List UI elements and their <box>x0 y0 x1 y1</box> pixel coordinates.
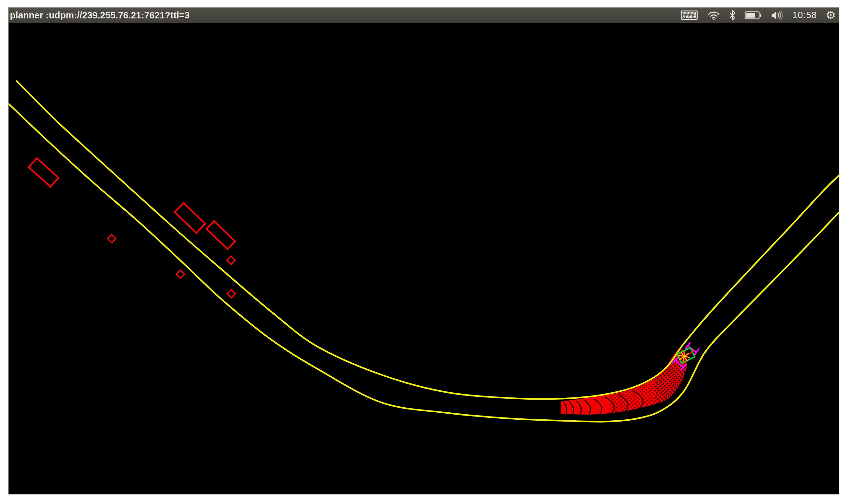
window-title: planner :udpm://239.255.76.21:7621?ttl=3 <box>10 7 190 23</box>
obstacle-box <box>29 158 58 187</box>
indicator-area: ⌨ <box>680 7 836 23</box>
road-edge-upper <box>16 80 839 399</box>
wifi-icon[interactable] <box>707 10 720 21</box>
obstacle-point <box>227 290 235 298</box>
planner-window: planner :udpm://239.255.76.21:7621?ttl=3… <box>8 7 839 494</box>
battery-icon[interactable] <box>744 11 762 20</box>
obstacle-point <box>176 270 184 278</box>
keyboard-icon[interactable]: ⌨ <box>680 7 698 23</box>
obstacle-box <box>175 203 205 233</box>
top-panel: planner :udpm://239.255.76.21:7621?ttl=3… <box>8 7 839 23</box>
obstacle-point <box>108 234 115 242</box>
road-edge-lower <box>8 103 839 421</box>
planner-viewport[interactable] <box>8 23 839 494</box>
obstacle-box <box>206 221 235 249</box>
volume-icon[interactable] <box>770 10 784 20</box>
session-gear-icon[interactable]: ⚙ <box>826 7 836 23</box>
planner-scene[interactable] <box>8 23 839 494</box>
bluetooth-icon[interactable] <box>729 10 736 21</box>
obstacle-point <box>227 256 235 264</box>
panel-clock[interactable]: 10:58 <box>792 10 817 20</box>
